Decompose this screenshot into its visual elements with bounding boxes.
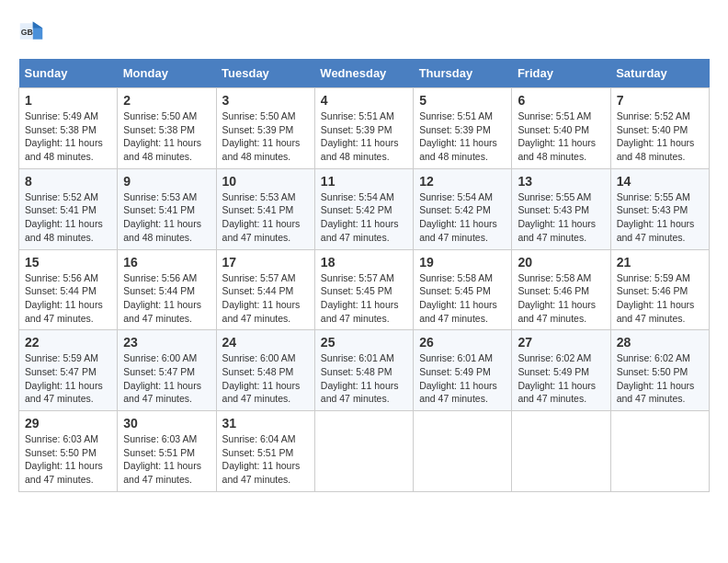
day-cell-18: 18Sunrise: 5:57 AM Sunset: 5:45 PM Dayli… bbox=[314, 249, 413, 330]
day-info: Sunrise: 5:58 AM Sunset: 5:45 PM Dayligh… bbox=[419, 271, 506, 326]
day-number: 11 bbox=[321, 174, 407, 189]
day-cell-16: 16Sunrise: 5:56 AM Sunset: 5:44 PM Dayli… bbox=[118, 249, 216, 330]
day-cell-4: 4Sunrise: 5:51 AM Sunset: 5:39 PM Daylig… bbox=[314, 88, 413, 169]
day-info: Sunrise: 6:02 AM Sunset: 5:50 PM Dayligh… bbox=[617, 351, 703, 406]
day-cell-28: 28Sunrise: 6:02 AM Sunset: 5:50 PM Dayli… bbox=[610, 330, 709, 411]
day-cell-23: 23Sunrise: 6:00 AM Sunset: 5:47 PM Dayli… bbox=[118, 330, 216, 411]
day-info: Sunrise: 5:51 AM Sunset: 5:39 PM Dayligh… bbox=[321, 109, 407, 164]
day-number: 5 bbox=[419, 93, 506, 108]
day-cell-12: 12Sunrise: 5:54 AM Sunset: 5:42 PM Dayli… bbox=[414, 168, 512, 249]
day-number: 16 bbox=[123, 255, 210, 270]
logo-icon: GB bbox=[18, 18, 44, 44]
day-number: 19 bbox=[419, 255, 506, 270]
day-number: 3 bbox=[222, 93, 309, 108]
week-row-5: 29Sunrise: 6:03 AM Sunset: 5:50 PM Dayli… bbox=[19, 411, 710, 492]
day-cell-15: 15Sunrise: 5:56 AM Sunset: 5:44 PM Dayli… bbox=[19, 249, 118, 330]
day-cell-27: 27Sunrise: 6:02 AM Sunset: 5:49 PM Dayli… bbox=[512, 330, 610, 411]
day-number: 22 bbox=[25, 335, 111, 350]
day-info: Sunrise: 6:03 AM Sunset: 5:50 PM Dayligh… bbox=[25, 432, 111, 487]
day-info: Sunrise: 5:59 AM Sunset: 5:47 PM Dayligh… bbox=[25, 351, 111, 406]
day-cell-3: 3Sunrise: 5:50 AM Sunset: 5:39 PM Daylig… bbox=[216, 88, 314, 169]
day-info: Sunrise: 5:56 AM Sunset: 5:44 PM Dayligh… bbox=[123, 271, 210, 326]
day-cell-2: 2Sunrise: 5:50 AM Sunset: 5:38 PM Daylig… bbox=[118, 88, 216, 169]
week-row-1: 1Sunrise: 5:49 AM Sunset: 5:38 PM Daylig… bbox=[19, 88, 710, 169]
day-info: Sunrise: 5:50 AM Sunset: 5:39 PM Dayligh… bbox=[222, 109, 309, 164]
day-info: Sunrise: 5:59 AM Sunset: 5:46 PM Dayligh… bbox=[617, 271, 703, 326]
day-info: Sunrise: 5:54 AM Sunset: 5:42 PM Dayligh… bbox=[419, 190, 506, 245]
day-cell-11: 11Sunrise: 5:54 AM Sunset: 5:42 PM Dayli… bbox=[314, 168, 413, 249]
day-info: Sunrise: 6:01 AM Sunset: 5:49 PM Dayligh… bbox=[419, 351, 506, 406]
day-info: Sunrise: 5:49 AM Sunset: 5:38 PM Dayligh… bbox=[25, 109, 111, 164]
day-number: 2 bbox=[123, 93, 210, 108]
day-info: Sunrise: 6:00 AM Sunset: 5:47 PM Dayligh… bbox=[123, 351, 210, 406]
day-cell-30: 30Sunrise: 6:03 AM Sunset: 5:51 PM Dayli… bbox=[118, 411, 216, 492]
day-cell-25: 25Sunrise: 6:01 AM Sunset: 5:48 PM Dayli… bbox=[314, 330, 413, 411]
day-info: Sunrise: 6:03 AM Sunset: 5:51 PM Dayligh… bbox=[123, 432, 210, 487]
day-number: 26 bbox=[419, 335, 506, 350]
day-info: Sunrise: 5:50 AM Sunset: 5:38 PM Dayligh… bbox=[123, 109, 210, 164]
week-row-2: 8Sunrise: 5:52 AM Sunset: 5:41 PM Daylig… bbox=[19, 168, 710, 249]
calendar-body: 1Sunrise: 5:49 AM Sunset: 5:38 PM Daylig… bbox=[19, 88, 710, 492]
day-number: 31 bbox=[222, 416, 309, 431]
weekday-header-saturday: Saturday bbox=[610, 59, 709, 88]
empty-cell bbox=[414, 411, 512, 492]
day-cell-6: 6Sunrise: 5:51 AM Sunset: 5:40 PM Daylig… bbox=[512, 88, 610, 169]
day-info: Sunrise: 5:58 AM Sunset: 5:46 PM Dayligh… bbox=[518, 271, 604, 326]
day-cell-21: 21Sunrise: 5:59 AM Sunset: 5:46 PM Dayli… bbox=[610, 249, 709, 330]
day-number: 20 bbox=[518, 255, 604, 270]
weekday-header-friday: Friday bbox=[512, 59, 610, 88]
day-info: Sunrise: 5:56 AM Sunset: 5:44 PM Dayligh… bbox=[25, 271, 111, 326]
weekday-header-row: SundayMondayTuesdayWednesdayThursdayFrid… bbox=[19, 59, 710, 88]
day-number: 9 bbox=[123, 174, 210, 189]
day-cell-31: 31Sunrise: 6:04 AM Sunset: 5:51 PM Dayli… bbox=[216, 411, 314, 492]
day-cell-29: 29Sunrise: 6:03 AM Sunset: 5:50 PM Dayli… bbox=[19, 411, 118, 492]
empty-cell bbox=[610, 411, 709, 492]
weekday-header-tuesday: Tuesday bbox=[216, 59, 314, 88]
day-cell-10: 10Sunrise: 5:53 AM Sunset: 5:41 PM Dayli… bbox=[216, 168, 314, 249]
day-info: Sunrise: 5:53 AM Sunset: 5:41 PM Dayligh… bbox=[123, 190, 210, 245]
day-info: Sunrise: 5:52 AM Sunset: 5:41 PM Dayligh… bbox=[25, 190, 111, 245]
week-row-4: 22Sunrise: 5:59 AM Sunset: 5:47 PM Dayli… bbox=[19, 330, 710, 411]
day-info: Sunrise: 6:02 AM Sunset: 5:49 PM Dayligh… bbox=[518, 351, 604, 406]
day-number: 23 bbox=[123, 335, 210, 350]
day-info: Sunrise: 6:04 AM Sunset: 5:51 PM Dayligh… bbox=[222, 432, 309, 487]
day-number: 28 bbox=[617, 335, 703, 350]
day-cell-9: 9Sunrise: 5:53 AM Sunset: 5:41 PM Daylig… bbox=[118, 168, 216, 249]
weekday-header-thursday: Thursday bbox=[414, 59, 512, 88]
day-cell-24: 24Sunrise: 6:00 AM Sunset: 5:48 PM Dayli… bbox=[216, 330, 314, 411]
day-number: 18 bbox=[321, 255, 407, 270]
day-cell-26: 26Sunrise: 6:01 AM Sunset: 5:49 PM Dayli… bbox=[414, 330, 512, 411]
day-info: Sunrise: 6:01 AM Sunset: 5:48 PM Dayligh… bbox=[321, 351, 407, 406]
weekday-header-sunday: Sunday bbox=[19, 59, 118, 88]
day-info: Sunrise: 5:55 AM Sunset: 5:43 PM Dayligh… bbox=[617, 190, 703, 245]
day-number: 25 bbox=[321, 335, 407, 350]
day-number: 12 bbox=[419, 174, 506, 189]
day-number: 4 bbox=[321, 93, 407, 108]
day-cell-7: 7Sunrise: 5:52 AM Sunset: 5:40 PM Daylig… bbox=[610, 88, 709, 169]
day-number: 24 bbox=[222, 335, 309, 350]
day-info: Sunrise: 5:51 AM Sunset: 5:40 PM Dayligh… bbox=[518, 109, 604, 164]
day-number: 21 bbox=[617, 255, 703, 270]
week-row-3: 15Sunrise: 5:56 AM Sunset: 5:44 PM Dayli… bbox=[19, 249, 710, 330]
day-info: Sunrise: 5:53 AM Sunset: 5:41 PM Dayligh… bbox=[222, 190, 309, 245]
day-info: Sunrise: 6:00 AM Sunset: 5:48 PM Dayligh… bbox=[222, 351, 309, 406]
day-number: 1 bbox=[25, 93, 111, 108]
day-info: Sunrise: 5:54 AM Sunset: 5:42 PM Dayligh… bbox=[321, 190, 407, 245]
day-cell-14: 14Sunrise: 5:55 AM Sunset: 5:43 PM Dayli… bbox=[610, 168, 709, 249]
day-cell-22: 22Sunrise: 5:59 AM Sunset: 5:47 PM Dayli… bbox=[19, 330, 118, 411]
day-number: 15 bbox=[25, 255, 111, 270]
day-info: Sunrise: 5:57 AM Sunset: 5:44 PM Dayligh… bbox=[222, 271, 309, 326]
weekday-header-monday: Monday bbox=[118, 59, 216, 88]
empty-cell bbox=[314, 411, 413, 492]
day-number: 17 bbox=[222, 255, 309, 270]
weekday-header-wednesday: Wednesday bbox=[314, 59, 413, 88]
day-cell-1: 1Sunrise: 5:49 AM Sunset: 5:38 PM Daylig… bbox=[19, 88, 118, 169]
day-number: 6 bbox=[518, 93, 604, 108]
day-cell-13: 13Sunrise: 5:55 AM Sunset: 5:43 PM Dayli… bbox=[512, 168, 610, 249]
day-number: 7 bbox=[617, 93, 703, 108]
day-info: Sunrise: 5:57 AM Sunset: 5:45 PM Dayligh… bbox=[321, 271, 407, 326]
day-cell-5: 5Sunrise: 5:51 AM Sunset: 5:39 PM Daylig… bbox=[414, 88, 512, 169]
page-header: GB bbox=[18, 18, 710, 44]
day-number: 30 bbox=[123, 416, 210, 431]
empty-cell bbox=[512, 411, 610, 492]
